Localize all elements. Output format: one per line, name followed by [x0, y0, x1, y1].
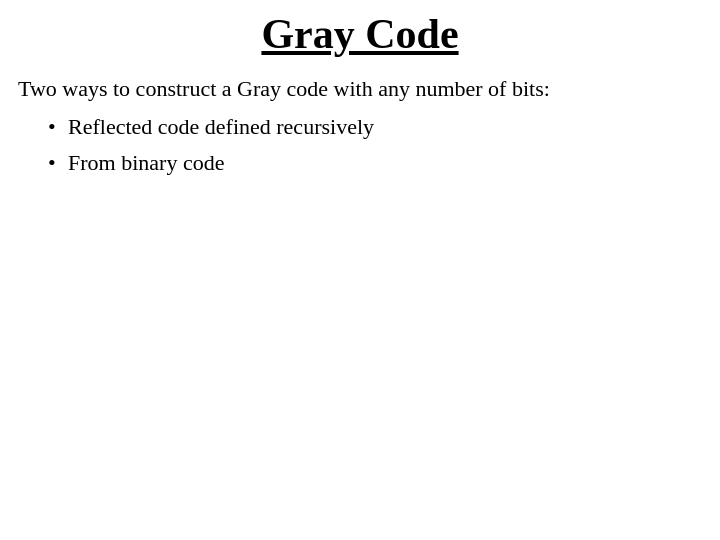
bullet-item-1-text: Reflected code defined recursively [68, 114, 374, 139]
page-title: Gray Code [261, 10, 458, 58]
title-container: Gray Code [18, 10, 702, 58]
bullet-item-2: From binary code [48, 147, 702, 179]
page-container: Gray Code Two ways to construct a Gray c… [0, 0, 720, 540]
bullet-list: Reflected code defined recursively From … [48, 111, 702, 179]
intro-paragraph: Two ways to construct a Gray code with a… [18, 72, 702, 105]
bullet-item-2-text: From binary code [68, 150, 224, 175]
bullet-item-1: Reflected code defined recursively [48, 111, 702, 143]
body-text: Two ways to construct a Gray code with a… [18, 72, 702, 183]
